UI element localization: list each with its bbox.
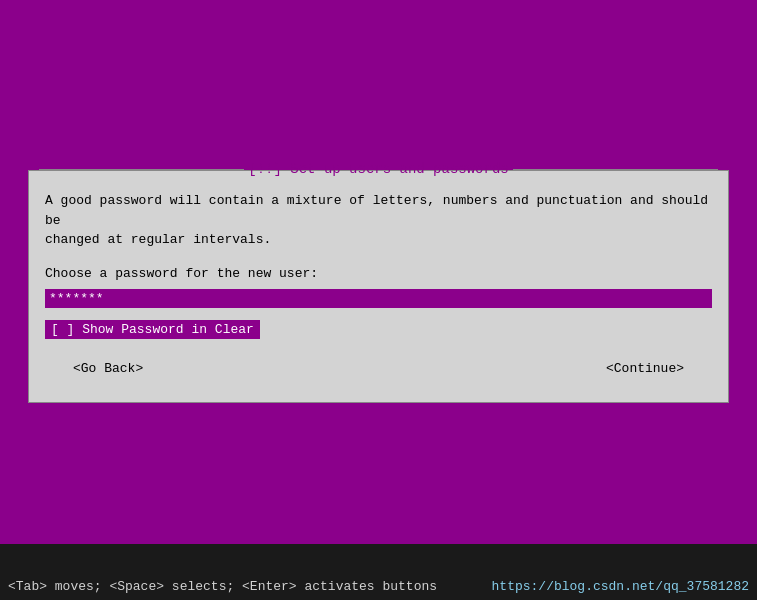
buttons-row: <Go Back> <Continue> (45, 359, 712, 378)
continue-button[interactable]: <Continue> (598, 359, 692, 378)
dark-band (0, 544, 757, 572)
title-line-right (513, 169, 718, 170)
password-input[interactable] (109, 291, 708, 306)
bottom-bar: <Tab> moves; <Space> selects; <Enter> ac… (0, 572, 757, 600)
dialog-content: A good password will contain a mixture o… (29, 187, 728, 402)
url-text: https://blog.csdn.net/qq_37581282 (492, 579, 749, 594)
dialog-title: [!!] Set up users and passwords (244, 161, 512, 177)
dialog-box: [!!] Set up users and passwords A good p… (28, 170, 729, 403)
help-text: <Tab> moves; <Space> selects; <Enter> ac… (8, 579, 437, 594)
title-line-left (39, 169, 244, 170)
prompt-label: Choose a password for the new user: (45, 266, 712, 281)
go-back-button[interactable]: <Go Back> (65, 359, 151, 378)
password-input-container[interactable]: ******* (45, 289, 712, 308)
desc-line2: changed at regular intervals. (45, 232, 271, 247)
password-mask: ******* (49, 291, 109, 306)
title-bar: [!!] Set up users and passwords (39, 161, 718, 177)
desc-line1: A good password will contain a mixture o… (45, 193, 708, 228)
show-password-checkbox[interactable]: [ ] Show Password in Clear (45, 320, 260, 339)
description: A good password will contain a mixture o… (45, 191, 712, 250)
